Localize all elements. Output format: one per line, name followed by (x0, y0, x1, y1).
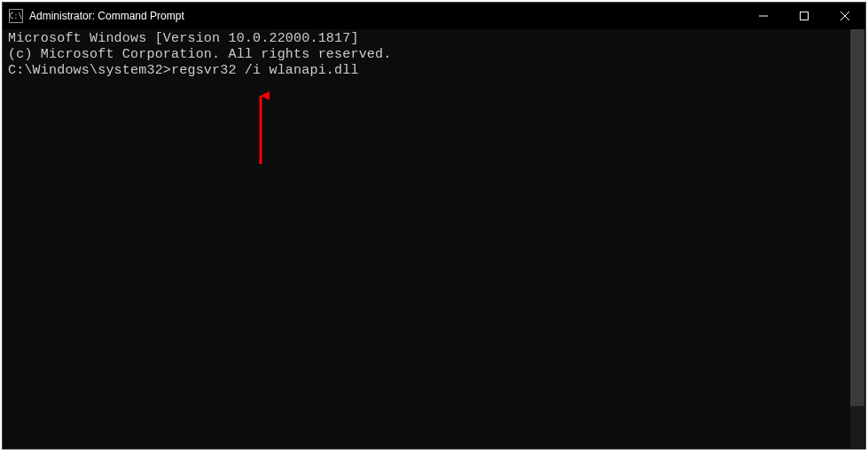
scrollbar-thumb[interactable] (850, 29, 864, 406)
cmd-icon-text: C:\ (10, 12, 22, 20)
terminal-prompt-line: C:\Windows\system32>regsvr32 /i wlanapi.… (8, 63, 860, 79)
prompt-path: C:\Windows\system32> (8, 63, 171, 78)
cmd-icon: C:\ (9, 9, 23, 23)
minimize-icon (759, 12, 768, 20)
window-title: Administrator: Command Prompt (29, 10, 743, 22)
terminal-output-line: Microsoft Windows [Version 10.0.22000.18… (8, 31, 860, 47)
command-prompt-window: C:\ Administrator: Command Prompt (2, 2, 866, 450)
scrollbar[interactable] (850, 29, 864, 448)
maximize-icon (800, 12, 809, 20)
maximize-button[interactable] (784, 3, 825, 29)
close-icon (841, 12, 849, 20)
terminal-output-line: (c) Microsoft Corporation. All rights re… (8, 47, 860, 63)
window-controls (743, 3, 865, 29)
titlebar[interactable]: C:\ Administrator: Command Prompt (3, 3, 865, 29)
svg-rect-1 (801, 12, 809, 20)
close-button[interactable] (825, 3, 865, 29)
minimize-button[interactable] (743, 3, 784, 29)
command-text: regsvr32 /i wlanapi.dll (171, 63, 359, 78)
terminal-area[interactable]: Microsoft Windows [Version 10.0.22000.18… (3, 29, 865, 449)
